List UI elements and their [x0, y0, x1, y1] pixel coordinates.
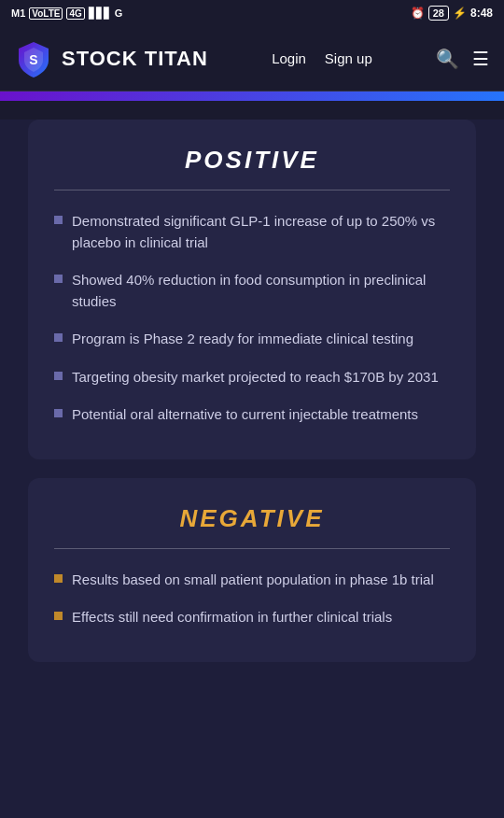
charging-icon: ⚡: [453, 7, 467, 20]
positive-section: Positive Demonstrated significant GLP-1 …: [28, 120, 476, 459]
negative-divider: [54, 548, 450, 549]
logo-area: S STOCK TITAN: [15, 40, 208, 78]
list-item: Demonstrated significant GLP-1 increase …: [54, 211, 450, 253]
logo-icon: S: [15, 40, 52, 78]
signup-link[interactable]: Sign up: [325, 50, 372, 66]
clock: 8:48: [470, 7, 493, 20]
status-left: M1 VoLTE 4G ▋▋▋ G: [11, 7, 122, 20]
negative-list: Results based on small patient populatio…: [54, 570, 450, 628]
nav-icons: 🔍 ☰: [436, 48, 489, 70]
network-type: VoLTE: [29, 7, 63, 20]
list-item: Potential oral alternative to current in…: [54, 404, 450, 426]
bullet-icon: [54, 574, 63, 583]
search-icon[interactable]: 🔍: [436, 48, 459, 70]
menu-icon[interactable]: ☰: [472, 48, 489, 70]
bullet-icon: [54, 275, 63, 283]
status-bar: M1 VoLTE 4G ▋▋▋ G ⏰ 28 ⚡ 8:48: [0, 0, 504, 26]
negative-title: Negative: [54, 504, 450, 533]
logo-text: STOCK TITAN: [62, 47, 208, 71]
list-item-text: Program is Phase 2 ready for immediate c…: [72, 329, 450, 350]
list-item-text: Showed 40% reduction in food consumption…: [72, 270, 450, 312]
bullet-icon: [54, 216, 63, 224]
carrier-label: M1: [11, 7, 25, 19]
negative-section: Negative Results based on small patient …: [28, 478, 476, 662]
signal-bars: ▋▋▋: [89, 7, 111, 20]
list-item: Effects still need confirmation in furth…: [54, 607, 450, 628]
positive-divider: [54, 190, 450, 190]
list-item: Results based on small patient populatio…: [54, 570, 450, 591]
top-banner: [0, 92, 504, 101]
list-item: Program is Phase 2 ready for immediate c…: [54, 329, 450, 350]
status-right: ⏰ 28 ⚡ 8:48: [411, 6, 493, 21]
list-item-text: Effects still need confirmation in furth…: [72, 607, 450, 628]
svg-text:S: S: [29, 52, 37, 67]
positive-list: Demonstrated significant GLP-1 increase …: [54, 211, 450, 426]
network-speed: 4G: [66, 7, 84, 20]
nav-links: Login Sign up: [272, 50, 372, 66]
header: S STOCK TITAN Login Sign up 🔍 ☰: [0, 26, 504, 92]
battery-indicator: 28: [428, 6, 449, 21]
alarm-icon: ⏰: [411, 7, 425, 20]
list-item-text: Targeting obesity market projected to re…: [72, 367, 450, 388]
list-item: Targeting obesity market projected to re…: [54, 367, 450, 388]
list-item: Showed 40% reduction in food consumption…: [54, 270, 450, 312]
list-item-text: Potential oral alternative to current in…: [72, 404, 450, 426]
positive-title: Positive: [54, 146, 450, 175]
main-content: Positive Demonstrated significant GLP-1 …: [0, 120, 504, 818]
list-item-text: Demonstrated significant GLP-1 increase …: [72, 211, 450, 253]
list-item-text: Results based on small patient populatio…: [72, 570, 450, 591]
bullet-icon: [54, 612, 63, 620]
login-link[interactable]: Login: [272, 50, 306, 66]
bullet-icon: [54, 333, 63, 342]
carrier-g: G: [115, 7, 123, 19]
bullet-icon: [54, 409, 63, 417]
bullet-icon: [54, 372, 63, 380]
